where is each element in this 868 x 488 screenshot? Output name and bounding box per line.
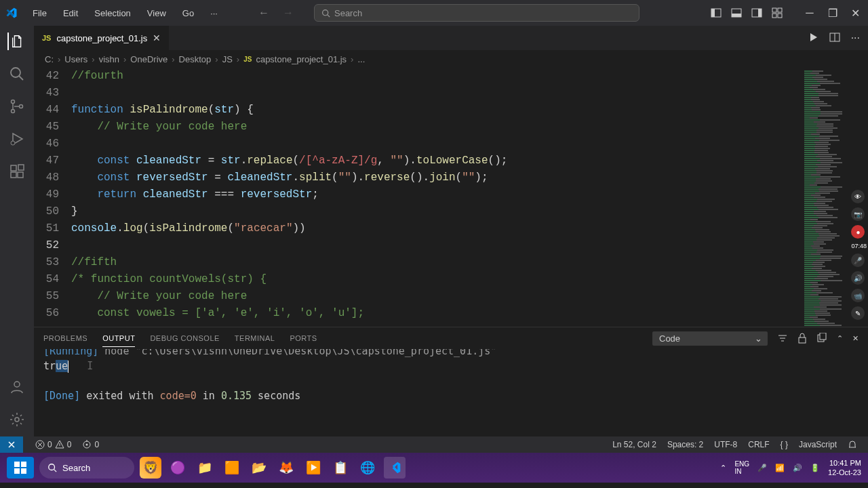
panel-close-icon[interactable]: ✕ (852, 334, 859, 343)
overlay-record-icon[interactable]: ● (851, 225, 865, 239)
extensions-icon[interactable] (8, 163, 26, 180)
taskbar-tray: ⌃ ENGIN 🎤 📶 🔊 🔋 10:41 PM 12-Oct-23 (720, 458, 861, 478)
menu-selection[interactable]: Selection (87, 5, 137, 21)
maximize-icon[interactable]: ❐ (826, 7, 840, 20)
svg-rect-28 (820, 333, 826, 340)
svg-rect-26 (799, 338, 806, 343)
taskbar-vscode[interactable] (384, 457, 406, 479)
remote-indicator[interactable] (0, 436, 23, 453)
toggle-sidebar-icon[interactable] (711, 7, 722, 18)
status-notifications-icon[interactable] (842, 440, 863, 449)
more-actions-icon[interactable]: ··· (851, 32, 860, 44)
taskbar-chrome[interactable]: 🌐 (357, 457, 378, 479)
tray-language[interactable]: ENGIN (734, 460, 749, 475)
svg-point-22 (14, 382, 20, 387)
tab-capstone-project[interactable]: JS capstone_project_01.js ✕ (34, 26, 169, 50)
svg-line-41 (54, 470, 57, 472)
bottom-panel: PROBLEMS OUTPUT DEBUG CONSOLE TERMINAL P… (34, 327, 868, 436)
svg-point-17 (11, 141, 15, 145)
svg-point-12 (11, 68, 20, 77)
panel-tab-problems[interactable]: PROBLEMS (43, 330, 87, 346)
tab-close-icon[interactable]: ✕ (153, 33, 161, 43)
search-placeholder: Search (334, 8, 362, 18)
overlay-camera-icon[interactable]: 📷 (851, 207, 865, 221)
start-button[interactable] (7, 457, 34, 479)
close-icon[interactable]: ✕ (849, 7, 863, 20)
minimize-icon[interactable]: ─ (803, 7, 816, 20)
run-play-icon[interactable] (808, 32, 818, 44)
taskbar-app-5[interactable]: ▶️ (302, 457, 324, 479)
status-errors[interactable]: 0 0 (30, 440, 77, 449)
tray-clock[interactable]: 10:41 PM 12-Oct-23 (828, 458, 861, 478)
overlay-mic-icon[interactable]: 🎤 (851, 253, 865, 267)
vscode-logo-icon (5, 7, 18, 19)
output-channel-select[interactable]: Code ⌄ (652, 331, 768, 346)
windows-taskbar: Search 🦁 🟣 📁 🟧 📂 🦊 ▶️ 📋 🌐 ⌃ ENGIN 🎤 📶 🔊 … (0, 453, 868, 483)
tray-wifi-icon[interactable]: 📶 (775, 464, 785, 472)
taskbar-app-1[interactable]: 🦁 (140, 457, 161, 479)
panel-lock-icon[interactable] (797, 333, 807, 344)
code-content[interactable]: //fourth function isPalindrome(str) { //… (71, 68, 800, 327)
taskbar-app-3[interactable]: 🟧 (221, 457, 243, 479)
code-editor[interactable]: 424344454647484950515253545556 //fourth … (34, 68, 868, 327)
javascript-file-icon: JS (42, 34, 51, 42)
settings-gear-icon[interactable] (8, 411, 26, 428)
status-language[interactable]: JavaScript (793, 440, 842, 449)
status-eol[interactable]: CRLF (743, 440, 774, 449)
panel-tab-debug[interactable]: DEBUG CONSOLE (150, 330, 219, 346)
menu-file[interactable]: File (26, 5, 54, 21)
svg-rect-39 (21, 468, 26, 474)
taskbar-app-2[interactable]: 🟣 (167, 457, 189, 479)
status-encoding[interactable]: UTF-8 (709, 440, 743, 449)
menu-view[interactable]: View (140, 5, 173, 21)
panel-tab-terminal[interactable]: TERMINAL (235, 330, 275, 346)
menu-edit[interactable]: Edit (56, 5, 85, 21)
menu-go[interactable]: Go (176, 5, 201, 21)
panel-clear-icon[interactable] (816, 333, 827, 344)
status-cursor[interactable]: Ln 52, Col 2 (607, 440, 662, 449)
search-icon[interactable] (8, 65, 26, 83)
svg-point-23 (15, 418, 19, 422)
toggle-secondary-icon[interactable] (751, 7, 762, 18)
tray-volume-icon[interactable]: 🔊 (793, 464, 802, 472)
overlay-webcam-icon[interactable]: 📹 (851, 289, 865, 302)
tray-battery-icon[interactable]: 🔋 (810, 464, 820, 472)
svg-rect-19 (11, 172, 16, 178)
output-content[interactable]: [Running] node "c:\Users\vishn\OneDrive\… (34, 349, 868, 436)
explorer-icon[interactable] (7, 33, 25, 50)
status-ports[interactable]: 0 (77, 440, 104, 449)
status-spaces[interactable]: Spaces: 2 (662, 440, 709, 449)
taskbar-search[interactable]: Search (39, 457, 134, 479)
taskbar-firefox[interactable]: 🦊 (275, 457, 297, 479)
customize-layout-icon[interactable] (772, 7, 783, 18)
svg-rect-10 (772, 14, 776, 18)
breadcrumb[interactable]: C:› Users› vishn› OneDrive› Desktop› JS›… (34, 50, 868, 68)
overlay-edit-icon[interactable]: ✎ (851, 306, 865, 320)
taskbar-app-6[interactable]: 📋 (330, 457, 351, 479)
menu-more[interactable]: ··· (203, 5, 224, 21)
javascript-file-icon: JS (243, 56, 252, 63)
panel-tab-output[interactable]: OUTPUT (102, 330, 135, 347)
back-arrow-icon[interactable]: ← (258, 7, 269, 19)
statusbar: 0 0 0 Ln 52, Col 2 Spaces: 2 UTF-8 CRLF … (0, 436, 868, 453)
taskbar-file-explorer[interactable]: 📁 (194, 457, 216, 479)
panel-chevron-up-icon[interactable]: ⌃ (837, 334, 843, 343)
toggle-panel-icon[interactable] (731, 7, 742, 18)
command-center-search[interactable]: Search (314, 4, 639, 22)
panel-filter-icon[interactable] (777, 333, 788, 344)
panel-tab-ports[interactable]: PORTS (290, 330, 317, 346)
tray-mic-icon[interactable]: 🎤 (757, 464, 767, 472)
svg-rect-18 (11, 165, 16, 171)
split-editor-icon[interactable] (829, 32, 840, 44)
account-icon[interactable] (8, 378, 26, 396)
taskbar-app-4[interactable]: 📂 (248, 457, 270, 479)
overlay-speaker-icon[interactable]: 🔊 (851, 271, 865, 285)
status-braces[interactable]: { } (775, 440, 793, 449)
overlay-eye-icon[interactable]: 👁 (851, 190, 865, 203)
line-gutter: 424344454647484950515253545556 (34, 68, 71, 327)
source-control-icon[interactable] (8, 98, 26, 115)
tray-chevron-icon[interactable]: ⌃ (720, 464, 726, 472)
run-debug-icon[interactable] (8, 130, 26, 148)
svg-rect-20 (18, 172, 23, 178)
forward-arrow-icon[interactable]: → (283, 7, 294, 19)
